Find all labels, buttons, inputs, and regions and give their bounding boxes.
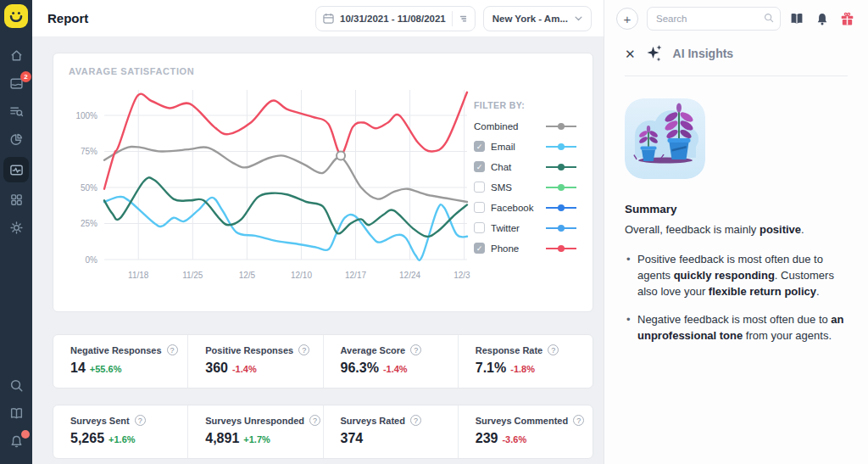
svg-text:12/31: 12/31 — [453, 271, 470, 280]
stat-value: 14 — [70, 361, 86, 376]
help-icon[interactable]: ? — [298, 344, 309, 355]
list-search-icon — [9, 104, 24, 119]
help-icon[interactable]: ? — [410, 344, 421, 355]
grid-icon — [9, 193, 24, 207]
line-swatch-icon — [545, 224, 577, 232]
stat-delta: +1.7% — [243, 434, 270, 444]
sparkles-icon — [646, 44, 663, 63]
checkbox-facebook[interactable] — [474, 202, 485, 213]
sidebar-item-inbox[interactable]: 2 — [0, 70, 32, 98]
active-tile — [3, 157, 29, 182]
svg-text:12/24: 12/24 — [399, 271, 420, 280]
close-icon[interactable]: ✕ — [625, 48, 636, 60]
stat-delta: -1.4% — [383, 364, 408, 374]
stat-label: Surveys Rated — [341, 416, 405, 426]
legend-label: Twitter — [491, 223, 539, 233]
rewards-button[interactable] — [840, 12, 854, 26]
stat-label: Positive Responses — [205, 345, 293, 355]
satisfaction-chart-card: AVARAGE SATISFACTION 11/1811/2512/512/10… — [53, 53, 593, 312]
ai-insights-body: Summary Overall, feedback is mainly posi… — [604, 76, 868, 357]
help-icon[interactable]: ? — [548, 344, 559, 355]
stat-label: Surveys Commented — [476, 416, 568, 426]
sidebar-item-notifications[interactable] — [0, 428, 32, 456]
bell-icon — [815, 12, 829, 26]
app-logo[interactable] — [4, 4, 28, 28]
sidebar-item-settings[interactable] — [0, 214, 32, 242]
stat-response-rate: Response Rate? 7.1%-1.8% — [458, 335, 593, 388]
line-swatch-icon — [545, 204, 577, 212]
help-icon[interactable]: ? — [135, 415, 146, 426]
stat-delta: -3.6% — [502, 434, 526, 444]
legend-label: Email — [491, 142, 539, 152]
home-icon — [9, 48, 24, 63]
legend-item-twitter[interactable]: Twitter — [474, 222, 577, 233]
pie-chart-icon — [9, 132, 24, 147]
sidebar-item-home[interactable] — [0, 42, 32, 70]
legend-title: FILTER BY: — [474, 100, 577, 110]
stat-surveys-unresponded: Surveys Unresponded? 4,891+1.7% — [187, 405, 322, 458]
insight-bullets: Positive feedback is most often due to a… — [625, 252, 848, 344]
stat-average-score: Average Score? 96.3%-1.4% — [323, 335, 458, 388]
legend-item-facebook[interactable]: Facebook — [474, 202, 577, 213]
checkbox-twitter[interactable] — [474, 222, 485, 233]
stat-delta: +1.6% — [108, 434, 136, 444]
stat-value: 360 — [205, 361, 228, 376]
checkbox-chat[interactable]: ✓ — [474, 161, 485, 172]
stat-label: Surveys Sent — [70, 416, 130, 426]
legend-item-sms[interactable]: SMS — [474, 182, 577, 193]
sidebar-item-analytics-active[interactable] — [0, 154, 32, 186]
search-input[interactable] — [647, 7, 781, 31]
checkbox-phone[interactable]: ✓ — [474, 243, 485, 254]
add-button[interactable]: + — [616, 8, 638, 30]
checkbox-email[interactable]: ✓ — [474, 141, 485, 152]
sidebar-item-docs[interactable] — [0, 400, 32, 428]
stat-label: Response Rate — [476, 345, 542, 355]
location-select[interactable]: New York - Am... — [483, 6, 592, 31]
legend-label: Combined — [474, 121, 539, 131]
help-icon[interactable]: ? — [573, 415, 584, 426]
svg-text:11/25: 11/25 — [182, 271, 203, 280]
sidebar-item-queue-search[interactable] — [0, 98, 32, 126]
book-icon — [789, 12, 804, 25]
legend-label: Phone — [491, 243, 539, 254]
sidebar-item-apps[interactable] — [0, 186, 32, 214]
help-icon[interactable]: ? — [167, 344, 178, 355]
notifications-button[interactable] — [815, 12, 829, 26]
page-title: Report — [47, 11, 88, 25]
stat-value: 4,891 — [205, 431, 239, 446]
sidebar-item-search[interactable] — [0, 372, 32, 400]
chart-legend: FILTER BY: Combined✓Email✓ChatSMSFaceboo… — [470, 78, 577, 295]
checkbox-sms[interactable] — [474, 182, 485, 193]
search-icon — [9, 378, 24, 393]
header-controls: 10/31/2021 - 11/08/2021 New York - Am... — [315, 6, 592, 31]
main-content: AVARAGE SATISFACTION 11/1811/2512/512/10… — [32, 37, 604, 464]
legend-label: SMS — [491, 182, 539, 193]
date-range-picker[interactable]: 10/31/2021 - 11/08/2021 — [315, 6, 476, 31]
legend-item-chat[interactable]: ✓Chat — [474, 161, 577, 172]
ai-insights-header: ✕ AI Insights — [625, 44, 848, 76]
legend-item-phone[interactable]: ✓Phone — [474, 243, 577, 254]
chevron-down-icon — [575, 16, 582, 21]
chart-title: AVARAGE SATISFACTION — [69, 66, 577, 76]
legend-item-email[interactable]: ✓Email — [474, 141, 577, 152]
help-icon[interactable]: ? — [309, 415, 320, 426]
gear-icon — [9, 221, 24, 235]
smiley-logo-icon — [9, 11, 23, 22]
svg-text:75%: 75% — [81, 147, 97, 156]
help-icon[interactable]: ? — [410, 415, 421, 426]
stat-value: 96.3% — [341, 361, 379, 376]
main-header: Report 10/31/2021 - 11/08/2021 New York … — [32, 0, 604, 37]
gift-icon — [840, 12, 854, 26]
stat-label: Surveys Unresponded — [205, 416, 304, 426]
search-box — [647, 7, 781, 31]
plants-illustration — [625, 98, 705, 179]
knowledge-base-button[interactable] — [789, 12, 804, 25]
stat-value: 5,265 — [70, 431, 104, 446]
line-swatch-icon — [545, 163, 577, 171]
stat-delta: +55.6% — [90, 364, 122, 374]
legend-item-combined[interactable]: Combined — [474, 121, 577, 131]
date-range-value: 10/31/2021 - 11/08/2021 — [340, 14, 446, 24]
main-column: Report 10/31/2021 - 11/08/2021 New York … — [32, 0, 604, 464]
sidebar-item-reports-pie[interactable] — [0, 126, 32, 154]
divider — [452, 11, 453, 26]
